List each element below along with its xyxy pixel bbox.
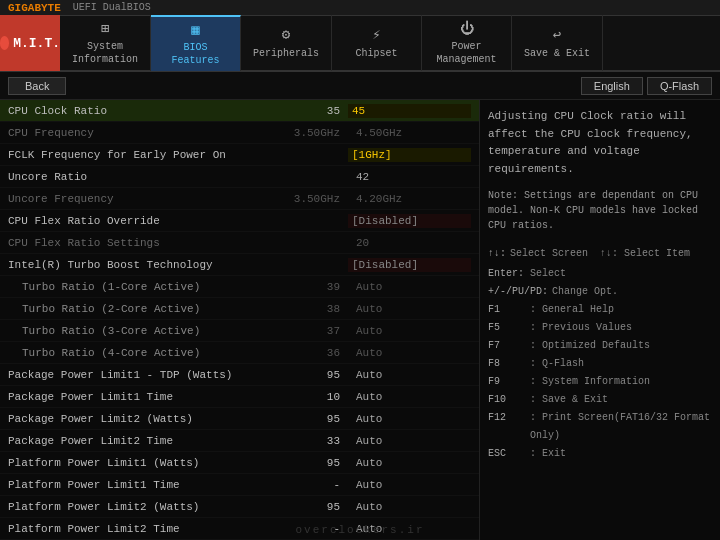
settings-list: CPU Clock Ratio3545CPU Frequency3.50GHz4… [0, 100, 479, 540]
qflash-button[interactable]: Q-Flash [647, 77, 712, 95]
setting-name: CPU Flex Ratio Settings [8, 237, 248, 249]
setting-current-value: 10 [248, 391, 348, 403]
setting-name: CPU Flex Ratio Override [8, 215, 248, 227]
settings-panel: CPU Clock Ratio3545CPU Frequency3.50GHz4… [0, 100, 480, 540]
table-row[interactable]: CPU Flex Ratio Override[Disabled] [0, 210, 479, 232]
setting-new-value: 45 [348, 104, 471, 118]
setting-new-value: 42 [348, 171, 471, 183]
lang-area: English Q-Flash [581, 77, 712, 95]
setting-name: Platform Power Limit2 (Watts) [8, 501, 248, 513]
language-button[interactable]: English [581, 77, 643, 95]
setting-new-value: Auto [348, 303, 471, 315]
chipset-label: Chipset [356, 47, 398, 60]
setting-current-value: 39 [248, 281, 348, 293]
back-button[interactable]: Back [8, 77, 66, 95]
setting-name: FCLK Frequency for Early Power On [8, 149, 248, 161]
table-row[interactable]: Uncore Ratio42 [0, 166, 479, 188]
nav-bar: M.I.T. ⊞ SystemInformation ▦ BIOSFeature… [0, 16, 720, 72]
setting-current-value: - [248, 479, 348, 491]
table-row[interactable]: CPU Frequency3.50GHz4.50GHz [0, 122, 479, 144]
setting-name: Intel(R) Turbo Boost Technology [8, 259, 248, 271]
table-row[interactable]: CPU Flex Ratio Settings20 [0, 232, 479, 254]
table-row[interactable]: Turbo Ratio (1-Core Active)39Auto [0, 276, 479, 298]
setting-name: CPU Frequency [8, 127, 248, 139]
info-note: Note: Settings are dependant on CPU mode… [488, 188, 712, 233]
setting-name: Platform Power Limit1 Time [8, 479, 248, 491]
table-row[interactable]: Platform Power Limit1 (Watts)95Auto [0, 452, 479, 474]
setting-name: Platform Power Limit1 (Watts) [8, 457, 248, 469]
table-row[interactable]: Turbo Ratio (3-Core Active)37Auto [0, 320, 479, 342]
setting-current-value: 95 [248, 501, 348, 513]
table-row[interactable]: FCLK Frequency for Early Power On[1GHz] [0, 144, 479, 166]
table-row[interactable]: Package Power Limit1 - TDP (Watts)95Auto [0, 364, 479, 386]
info-keys: ↑↓:Select Screen ↑↓: Select ItemEnter:Se… [488, 245, 712, 463]
setting-new-value: Auto [348, 501, 471, 513]
key-line: ESC: Exit [488, 445, 712, 463]
peripherals-label: Peripherals [253, 47, 319, 60]
tab-power-mgmt[interactable]: ⏻ PowerManagement [422, 15, 512, 71]
setting-new-value: Auto [348, 281, 471, 293]
table-row[interactable]: Package Power Limit2 Time33Auto [0, 430, 479, 452]
table-row[interactable]: Package Power Limit1 Time10Auto [0, 386, 479, 408]
setting-new-value: Auto [348, 347, 471, 359]
mit-button[interactable]: M.I.T. [0, 15, 60, 71]
tab-chipset[interactable]: ⚡ Chipset [332, 15, 422, 71]
setting-name: Package Power Limit2 Time [8, 435, 248, 447]
key-line: Enter:Select [488, 265, 712, 283]
setting-current-value: 95 [248, 369, 348, 381]
chipset-icon: ⚡ [372, 26, 380, 44]
save-exit-icon: ↩ [553, 26, 561, 44]
info-description: Adjusting CPU Clock ratio will affect th… [488, 108, 712, 178]
top-bar: GIGABYTE UEFI DualBIOS [0, 0, 720, 16]
key-line: F5: Previous Values [488, 319, 712, 337]
setting-new-value: Auto [348, 457, 471, 469]
key-line: +/-/PU/PD:Change Opt. [488, 283, 712, 301]
watermark: overclockers.ir [295, 524, 424, 536]
tab-save-exit[interactable]: ↩ Save & Exit [512, 15, 603, 71]
setting-new-value: [1GHz] [348, 148, 471, 162]
setting-current-value: 95 [248, 457, 348, 469]
tab-system-info[interactable]: ⊞ SystemInformation [60, 15, 151, 71]
table-row[interactable]: Platform Power Limit1 Time-Auto [0, 474, 479, 496]
setting-name: Turbo Ratio (4-Core Active) [8, 347, 248, 359]
setting-current-value: 3.50GHz [248, 127, 348, 139]
setting-name: Turbo Ratio (3-Core Active) [8, 325, 248, 337]
info-panel: Adjusting CPU Clock ratio will affect th… [480, 100, 720, 540]
table-row[interactable]: Platform Power Limit2 (Watts)95Auto [0, 496, 479, 518]
power-mgmt-icon: ⏻ [460, 20, 474, 38]
setting-new-value: 4.50GHz [348, 127, 471, 139]
power-mgmt-label: PowerManagement [437, 40, 497, 66]
setting-name: CPU Clock Ratio [8, 105, 248, 117]
setting-new-value: Auto [348, 369, 471, 381]
table-row[interactable]: Turbo Ratio (2-Core Active)38Auto [0, 298, 479, 320]
table-row[interactable]: Intel(R) Turbo Boost Technology[Disabled… [0, 254, 479, 276]
tab-peripherals[interactable]: ⚙ Peripherals [241, 15, 332, 71]
table-row[interactable]: CPU Clock Ratio3545 [0, 100, 479, 122]
mit-dot [0, 36, 9, 50]
system-info-label: SystemInformation [72, 40, 138, 66]
tab-bios-features[interactable]: ▦ BIOSFeatures [151, 15, 241, 71]
bios-subtitle: UEFI DualBIOS [73, 2, 151, 13]
setting-current-value: 3.50GHz [248, 193, 348, 205]
table-row[interactable]: Turbo Ratio (4-Core Active)36Auto [0, 342, 479, 364]
key-line: F1: General Help [488, 301, 712, 319]
setting-new-value: [Disabled] [348, 258, 471, 272]
table-row[interactable]: Package Power Limit2 (Watts)95Auto [0, 408, 479, 430]
key-line: F12: Print Screen(FAT16/32 Format Only) [488, 409, 712, 445]
system-info-icon: ⊞ [101, 20, 109, 38]
setting-name: Turbo Ratio (1-Core Active) [8, 281, 248, 293]
setting-new-value: Auto [348, 435, 471, 447]
setting-name: Package Power Limit2 (Watts) [8, 413, 248, 425]
mit-label: M.I.T. [13, 36, 60, 51]
setting-name: Turbo Ratio (2-Core Active) [8, 303, 248, 315]
table-row[interactable]: Uncore Frequency3.50GHz4.20GHz [0, 188, 479, 210]
action-bar: Back English Q-Flash [0, 72, 720, 100]
key-line: F10: Save & Exit [488, 391, 712, 409]
setting-new-value: Auto [348, 391, 471, 403]
setting-new-value: Auto [348, 413, 471, 425]
key-line: F9: System Information [488, 373, 712, 391]
setting-current-value: 95 [248, 413, 348, 425]
bios-features-icon: ▦ [191, 21, 199, 39]
bios-features-label: BIOSFeatures [172, 41, 220, 67]
setting-new-value: [Disabled] [348, 214, 471, 228]
